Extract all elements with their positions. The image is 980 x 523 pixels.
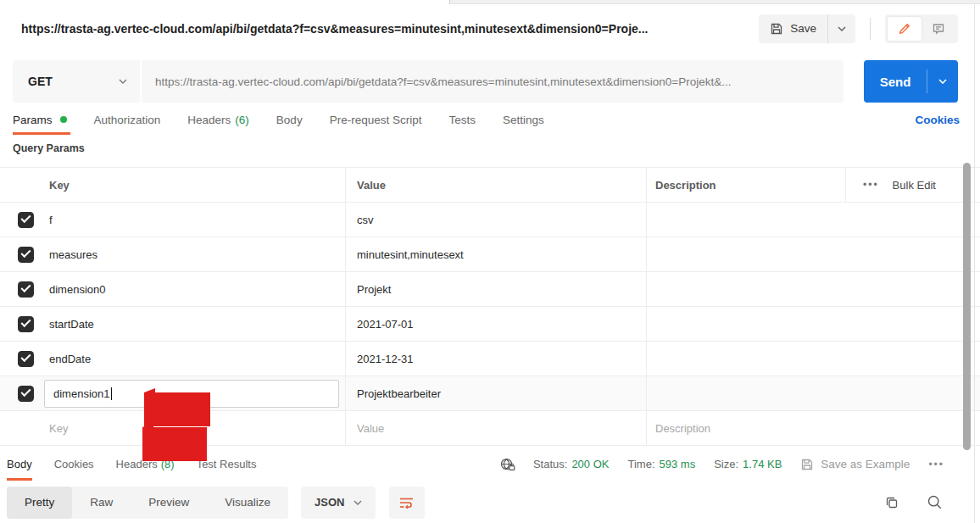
network-info-button[interactable] bbox=[499, 457, 516, 472]
globe-lock-icon bbox=[499, 457, 516, 472]
format-select-value: JSON bbox=[315, 496, 344, 509]
param-key[interactable]: dimension0 bbox=[39, 272, 345, 306]
save-button-group: Save bbox=[759, 14, 855, 43]
pane-right-border bbox=[974, 4, 975, 523]
annotation-arrow bbox=[142, 427, 207, 461]
new-param-value-field[interactable]: Value bbox=[345, 411, 646, 445]
param-key[interactable]: endDate bbox=[39, 342, 345, 376]
save-floppy-icon bbox=[770, 22, 783, 36]
tab-settings[interactable]: Settings bbox=[503, 104, 544, 135]
wrap-text-button[interactable] bbox=[389, 487, 425, 519]
comment-icon bbox=[932, 22, 945, 36]
param-checkbox[interactable] bbox=[18, 351, 34, 367]
param-checkbox[interactable] bbox=[18, 386, 34, 402]
param-key[interactable]: f bbox=[39, 203, 345, 236]
response-more-options[interactable]: ••• bbox=[928, 459, 944, 470]
view-preview-button[interactable]: Preview bbox=[131, 487, 207, 519]
more-options-icon[interactable]: ••• bbox=[863, 179, 879, 191]
tab-authorization[interactable]: Authorization bbox=[94, 104, 161, 135]
url-text: https://trasta-ag.vertec-cloud.com/api/b… bbox=[155, 75, 731, 88]
param-row: dimension0 Projekt bbox=[0, 272, 980, 307]
tab-headers[interactable]: Headers (6) bbox=[187, 104, 249, 135]
save-as-example-label: Save as Example bbox=[821, 458, 910, 470]
request-bar: GET https://trasta-ag.vertec-cloud.com/a… bbox=[0, 60, 980, 103]
tab-tests-label: Tests bbox=[448, 114, 476, 126]
param-description[interactable] bbox=[646, 237, 980, 271]
view-visualize-button[interactable]: Visualize bbox=[207, 487, 288, 519]
search-response-button[interactable] bbox=[927, 494, 943, 510]
param-value[interactable]: minutesint,minutesext bbox=[345, 237, 646, 271]
param-key[interactable]: measures bbox=[39, 237, 345, 271]
tab-headers-label: Headers bbox=[187, 114, 231, 126]
param-checkbox[interactable] bbox=[18, 247, 34, 263]
edit-mode-button[interactable] bbox=[888, 17, 922, 41]
param-description[interactable] bbox=[646, 272, 980, 306]
send-options-button[interactable] bbox=[927, 60, 958, 103]
col-header-value: Value bbox=[345, 168, 646, 202]
chevron-down-icon bbox=[354, 500, 362, 505]
method-label: GET bbox=[28, 75, 53, 88]
param-value[interactable]: csv bbox=[345, 203, 646, 236]
param-row: startDate 2021-07-01 bbox=[0, 307, 980, 342]
param-value[interactable]: 2021-12-31 bbox=[345, 342, 646, 376]
tab-body[interactable]: Body bbox=[276, 104, 303, 135]
params-header-row: Key Value Description ••• Bulk Edit bbox=[0, 168, 980, 203]
params-header-actions: ••• Bulk Edit bbox=[845, 168, 980, 202]
cookies-link[interactable]: Cookies bbox=[915, 114, 960, 126]
param-value[interactable]: Projekt bbox=[345, 272, 646, 306]
vertical-scrollbar[interactable] bbox=[963, 163, 971, 450]
save-as-example-button[interactable]: Save as Example bbox=[800, 458, 910, 471]
param-description[interactable] bbox=[646, 376, 980, 410]
response-tab-cookies[interactable]: Cookies bbox=[54, 446, 94, 482]
comments-button[interactable] bbox=[922, 17, 955, 41]
param-row: measures minutesint,minutesext bbox=[0, 237, 980, 272]
response-tab-cookies-label: Cookies bbox=[54, 458, 94, 470]
save-floppy-icon bbox=[800, 458, 814, 471]
view-pretty-button[interactable]: Pretty bbox=[7, 487, 72, 519]
param-value[interactable]: 2021-07-01 bbox=[345, 307, 646, 341]
url-input[interactable]: https://trasta-ag.vertec-cloud.com/api/b… bbox=[142, 60, 844, 103]
query-params-title: Query Params bbox=[0, 135, 980, 162]
pencil-icon bbox=[898, 22, 911, 36]
send-button[interactable]: Send bbox=[864, 60, 927, 103]
param-checkbox[interactable] bbox=[18, 316, 34, 332]
param-checkbox[interactable] bbox=[18, 281, 34, 298]
copy-response-button[interactable] bbox=[884, 495, 899, 510]
format-select[interactable]: JSON bbox=[301, 487, 375, 519]
param-description[interactable] bbox=[646, 342, 980, 376]
tab-params[interactable]: Params bbox=[13, 104, 67, 135]
window-tab-strip bbox=[0, 0, 980, 4]
wrap-text-icon bbox=[398, 496, 415, 509]
param-checkbox[interactable] bbox=[18, 212, 34, 228]
copy-icon bbox=[884, 495, 899, 510]
tab-body-label: Body bbox=[276, 114, 303, 126]
active-tab-edge bbox=[0, 0, 450, 4]
response-time: Time: 593 ms bbox=[627, 458, 695, 470]
unsaved-changes-dot bbox=[60, 116, 67, 123]
header-divider bbox=[870, 18, 871, 40]
toolbar-right-icons bbox=[884, 494, 943, 510]
save-options-button[interactable] bbox=[828, 14, 855, 43]
save-button[interactable]: Save bbox=[759, 14, 827, 43]
time-label: Time: bbox=[627, 458, 654, 470]
tab-params-label: Params bbox=[13, 114, 53, 126]
param-description[interactable] bbox=[646, 203, 980, 236]
param-row-editing: dimension1 Projektbearbeiter bbox=[0, 376, 980, 411]
param-value[interactable]: Projektbearbeiter bbox=[345, 376, 646, 410]
tab-headers-count: (6) bbox=[235, 114, 249, 126]
size-label: Size: bbox=[714, 458, 738, 470]
tab-prerequest-script[interactable]: Pre-request Script bbox=[330, 104, 422, 135]
empty-checkbox-cell bbox=[0, 411, 39, 445]
param-key[interactable]: startDate bbox=[39, 307, 345, 341]
method-select[interactable]: GET bbox=[13, 60, 140, 103]
tab-tests[interactable]: Tests bbox=[448, 104, 476, 135]
header-controls: Save bbox=[759, 14, 958, 43]
bulk-edit-button[interactable]: Bulk Edit bbox=[893, 179, 936, 192]
view-raw-button[interactable]: Raw bbox=[72, 487, 131, 519]
response-view-switcher: Pretty Raw Preview Visualize bbox=[7, 487, 288, 519]
new-param-description-field[interactable]: Description bbox=[646, 411, 980, 445]
param-description[interactable] bbox=[646, 307, 980, 341]
chevron-down-icon bbox=[838, 26, 846, 31]
response-tab-body[interactable]: Body bbox=[7, 446, 32, 482]
save-button-label: Save bbox=[790, 22, 816, 35]
